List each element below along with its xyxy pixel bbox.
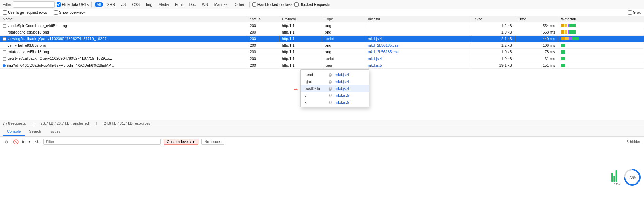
type-btn-img[interactable]: Img (144, 2, 154, 7)
custom-levels-label: Custom levels (167, 140, 191, 144)
cell-name: viewlog?callback=jQuery11020904780827418… (0, 36, 247, 42)
type-btn-ws[interactable]: WS (200, 2, 210, 7)
cell-name: rotatedark_ed5bd13.png (0, 29, 247, 36)
popup-link-send[interactable]: mkd.js:4 (335, 73, 349, 77)
col-header-protocol[interactable]: Protocol (279, 16, 322, 22)
col-header-time[interactable]: Time (515, 16, 558, 22)
popup-row-postdata[interactable]: postData @ mkd.js:4 (301, 85, 369, 92)
no-issues-badge: No Issues (201, 139, 224, 145)
options-row: Use large request rows Show overview Gro… (0, 9, 644, 16)
col-header-initiator[interactable]: Initiator (365, 16, 472, 22)
cell-status: 200 (247, 42, 279, 49)
top-label-text: top (22, 140, 27, 144)
console-filter-input[interactable] (43, 139, 161, 145)
cell-protocol: http/1.1 (279, 29, 322, 36)
cell-initiator[interactable]: mkd_2b56185.css (365, 49, 472, 55)
top-context-selector[interactable]: top ▼ (22, 140, 31, 144)
cell-size: 1.0 kB (472, 29, 515, 36)
cell-time: 78 ms (515, 49, 558, 55)
cell-status: 200 (247, 22, 279, 29)
popup-row-k[interactable]: k @ mkd.js:5 (301, 99, 369, 106)
cell-waterfall (558, 49, 644, 55)
table-row[interactable]: rotatedark_ed5bd13.png200http/1.1png1.0 … (0, 29, 644, 36)
console-bar: ⊘ 🚫 top ▼ 👁 Custom levels ▼ No Issues 3 … (0, 137, 644, 147)
tab-console[interactable]: Console (3, 127, 25, 136)
type-btn-manifest[interactable]: Manifest (212, 2, 231, 7)
tab-issues[interactable]: Issues (45, 127, 65, 136)
table-row[interactable]: rotatedark_ed5bd13.png200http/1.1pngmkd_… (0, 49, 644, 55)
show-overview-checkbox[interactable]: Show overview (54, 10, 85, 15)
console-clear-btn[interactable]: ⊘ (3, 138, 10, 145)
cell-initiator (365, 29, 472, 36)
type-btn-other[interactable]: Other (233, 2, 246, 7)
col-header-name[interactable]: Name (0, 16, 247, 22)
popup-link-ajax[interactable]: mkd.js:4 (335, 79, 349, 84)
cell-type: jpeg (322, 62, 365, 68)
filter-input[interactable] (13, 1, 55, 8)
cell-initiator[interactable]: mkd.js:5 (365, 62, 472, 68)
popup-row-send[interactable]: send @ mkd.js:4 (301, 71, 369, 78)
cell-waterfall (558, 55, 644, 62)
type-btn-all[interactable]: All (95, 2, 103, 7)
separator-pipe: | (33, 121, 34, 125)
popup-row-y[interactable]: y @ mkd.js:5 (301, 92, 369, 99)
call-stack-popup: send @ mkd.js:4 ajax @ mkd.js:4 postData… (300, 69, 369, 107)
chevron-down-icon2: ▼ (192, 140, 195, 144)
group-by-checkbox[interactable]: Grou (628, 10, 641, 15)
cell-time: 440 ms (515, 36, 558, 42)
table-row[interactable]: verify-fail_ef0b867.png200http/1.1pngmkd… (0, 42, 644, 49)
cell-protocol: http/1.1 (279, 62, 322, 68)
col-header-type[interactable]: Type (322, 16, 365, 22)
console-eye-btn[interactable]: 👁 (34, 138, 41, 145)
cell-time: 106 ms (515, 42, 558, 49)
network-toolbar: Filter Hide data URLs All XHR JS CSS Img… (0, 0, 644, 9)
table-row[interactable]: getstyle?callback=jQuery1102090478082741… (0, 55, 644, 62)
summary-bar: 7 / 8 requests | 26.7 kB / 26.7 kB trans… (0, 120, 644, 127)
type-btn-css[interactable]: CSS (130, 2, 142, 7)
type-btn-js[interactable]: JS (119, 2, 128, 7)
cell-initiator[interactable]: mkd.js:4 (365, 55, 472, 62)
col-header-status[interactable]: Status (247, 16, 279, 22)
transferred-size: 26.7 kB / 26.7 kB transferred (41, 121, 89, 125)
table-row[interactable]: img?id=6461-Z8aSgFq5Mh%2FV5rodrm4XrQDeh6… (0, 62, 644, 68)
hidden-count: 3 hidden (627, 140, 641, 144)
popup-link-postdata[interactable]: mkd.js:4 (335, 86, 349, 91)
cell-name: vcodeSpinCoordinate_c4df5bb.png (0, 22, 247, 29)
console-block-btn[interactable]: 🚫 (12, 138, 19, 145)
popup-row-ajax[interactable]: ajax @ mkd.js:4 (301, 78, 369, 85)
hide-data-urls-checkbox[interactable]: Hide data URLs (57, 2, 89, 7)
cell-name: rotatedark_ed5bd13.png (0, 49, 247, 55)
tab-search[interactable]: Search (25, 127, 45, 136)
cell-status: 200 (247, 36, 279, 42)
blocked-requests-checkbox[interactable]: Blocked Requests (294, 2, 330, 7)
col-header-waterfall[interactable]: Waterfall (558, 16, 644, 22)
cell-name: img?id=6461-Z8aSgFq5Mh%2FV5rodrm4XrQDeh6… (0, 62, 247, 68)
cell-name: getstyle?callback=jQuery1102090478082741… (0, 55, 247, 62)
cell-size: 1.0 kB (472, 49, 515, 55)
custom-levels-btn[interactable]: Custom levels ▼ (164, 139, 198, 145)
cell-initiator[interactable]: mkd.js:4 (365, 36, 472, 42)
type-btn-xhr[interactable]: XHR (105, 2, 117, 7)
cell-initiator[interactable]: mkd_2b56185.css (365, 42, 472, 49)
col-header-size[interactable]: Size (472, 16, 515, 22)
cell-waterfall (558, 62, 644, 68)
popup-link-k[interactable]: mkd.js:5 (335, 100, 349, 104)
type-btn-font[interactable]: Font (173, 2, 185, 7)
cell-waterfall (558, 42, 644, 49)
type-btn-doc[interactable]: Doc (187, 2, 198, 7)
has-blocked-cookies-checkbox[interactable]: Has blocked cookies (252, 2, 292, 7)
cell-size: 1.2 kB (472, 42, 515, 49)
popup-link-y[interactable]: mkd.js:5 (335, 93, 349, 97)
cell-time: 31 ms (515, 55, 558, 62)
cell-waterfall (558, 22, 644, 29)
separator (91, 2, 92, 7)
cell-waterfall (558, 29, 644, 36)
table-row[interactable]: viewlog?callback=jQuery11020904780827418… (0, 36, 644, 42)
large-rows-checkbox[interactable]: Use large request rows (3, 10, 47, 15)
type-btn-media[interactable]: Media (156, 2, 171, 7)
cell-protocol: http/1.1 (279, 42, 322, 49)
table-row[interactable]: vcodeSpinCoordinate_c4df5bb.png200http/1… (0, 22, 644, 29)
cell-size: 1.0 kB (472, 55, 515, 62)
chevron-down-icon: ▼ (28, 140, 31, 143)
cell-type: png (322, 22, 365, 29)
